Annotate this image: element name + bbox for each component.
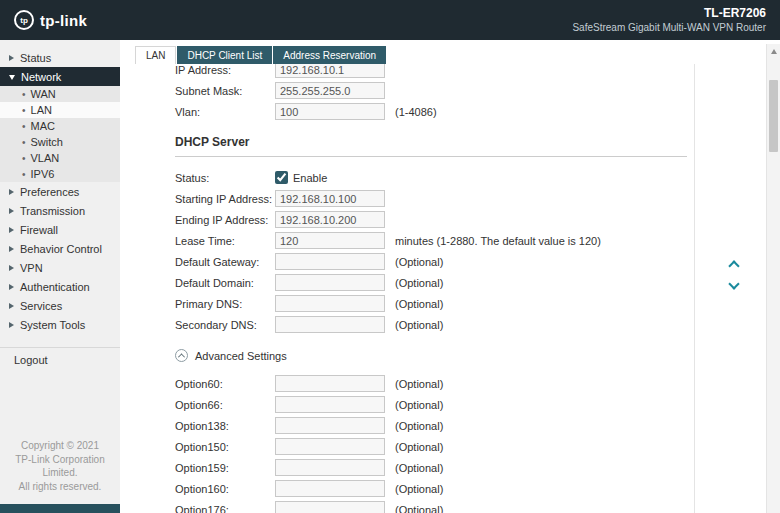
sidebar-item-label: System Tools bbox=[20, 319, 85, 331]
enable-label: Enable bbox=[293, 172, 327, 184]
sidebar-item-services[interactable]: Services bbox=[0, 296, 120, 315]
field-note: (Optional) bbox=[395, 462, 443, 474]
field-label: Option60: bbox=[175, 378, 275, 390]
scrollbar-up-arrow[interactable] bbox=[767, 44, 780, 59]
sidebar-item-preferences[interactable]: Preferences bbox=[0, 182, 120, 201]
field-note: (Optional) bbox=[395, 319, 443, 331]
secondary-dns-input[interactable] bbox=[275, 316, 385, 333]
advanced-settings-toggle[interactable]: Advanced Settings bbox=[175, 349, 780, 362]
sidebar-item-status[interactable]: Status bbox=[0, 48, 120, 67]
option138-input[interactable] bbox=[275, 417, 385, 434]
option176-input[interactable] bbox=[275, 501, 385, 513]
field-label: Ending IP Address: bbox=[175, 214, 275, 226]
form-row: Status: Enable bbox=[175, 169, 780, 186]
option66-input[interactable] bbox=[275, 396, 385, 413]
field-note: (Optional) bbox=[395, 420, 443, 432]
lease-time-input[interactable] bbox=[275, 232, 385, 249]
option150-input[interactable] bbox=[275, 438, 385, 455]
field-label: Primary DNS: bbox=[175, 298, 275, 310]
sidebar-item-transmission[interactable]: Transmission bbox=[0, 201, 120, 220]
ending-ip-input[interactable] bbox=[275, 211, 385, 228]
lan-settings-form: IP Address: Subnet Mask: Vlan: (1-4086) … bbox=[120, 64, 780, 513]
field-label: Option138: bbox=[175, 420, 275, 432]
form-row: Option60: (Optional) bbox=[175, 375, 780, 392]
sidebar-item-label: Authentication bbox=[20, 281, 90, 293]
field-label: Subnet Mask: bbox=[175, 85, 275, 97]
form-row: Lease Time: minutes (1-2880. The default… bbox=[175, 232, 780, 249]
copyright-text: Copyright © 2021 TP-Link Corporation Lim… bbox=[0, 439, 120, 493]
content-divider bbox=[694, 64, 695, 513]
sidebar-subitem-label: WAN bbox=[31, 88, 56, 100]
chevron-right-icon bbox=[9, 189, 14, 195]
form-row: Subnet Mask: bbox=[175, 82, 780, 99]
scrollbar-thumb[interactable] bbox=[769, 80, 778, 152]
chevron-down-icon bbox=[9, 75, 15, 80]
option159-input[interactable] bbox=[275, 459, 385, 476]
field-note: (Optional) bbox=[395, 504, 443, 513]
chevron-right-icon bbox=[9, 208, 14, 214]
sidebar-item-network[interactable]: Network bbox=[0, 67, 120, 86]
tab-address-reservation[interactable]: Address Reservation bbox=[273, 46, 386, 64]
sidebar-subitem-lan[interactable]: LAN bbox=[0, 102, 120, 118]
form-row: Primary DNS: (Optional) bbox=[175, 295, 780, 312]
form-row: Secondary DNS: (Optional) bbox=[175, 316, 780, 333]
dhcp-server-heading: DHCP Server bbox=[175, 135, 687, 157]
brand-name: tp-link bbox=[40, 12, 87, 29]
starting-ip-input[interactable] bbox=[275, 190, 385, 207]
tab-label: LAN bbox=[146, 50, 165, 61]
sidebar-subitem-mac[interactable]: MAC bbox=[0, 118, 120, 134]
option60-input[interactable] bbox=[275, 375, 385, 392]
sidebar-subitem-label: MAC bbox=[31, 120, 55, 132]
sidebar-item-label: Transmission bbox=[20, 205, 85, 217]
form-row: Default Domain: (Optional) bbox=[175, 274, 780, 291]
sidebar-item-behavior-control[interactable]: Behavior Control bbox=[0, 239, 120, 258]
logout-button[interactable]: Logout bbox=[0, 348, 120, 372]
sidebar-subitem-ipv6[interactable]: IPV6 bbox=[0, 166, 120, 182]
scroll-down-chevron[interactable] bbox=[730, 280, 739, 289]
default-gateway-input[interactable] bbox=[275, 253, 385, 270]
chevron-right-icon bbox=[9, 227, 14, 233]
default-domain-input[interactable] bbox=[275, 274, 385, 291]
sidebar-bottom-bar bbox=[0, 504, 120, 513]
field-label: Option150: bbox=[175, 441, 275, 453]
sidebar-subitem-wan[interactable]: WAN bbox=[0, 86, 120, 102]
form-row: Option176: (Optional) bbox=[175, 501, 780, 513]
form-scroll-area: IP Address: Subnet Mask: Vlan: (1-4086) … bbox=[120, 64, 780, 513]
form-row: IP Address: bbox=[175, 64, 780, 78]
sidebar-item-authentication[interactable]: Authentication bbox=[0, 277, 120, 296]
primary-dns-input[interactable] bbox=[275, 295, 385, 312]
field-label: Secondary DNS: bbox=[175, 319, 275, 331]
form-row: Ending IP Address: bbox=[175, 211, 780, 228]
chevron-right-icon bbox=[9, 322, 14, 328]
tab-bar: LAN DHCP Client List Address Reservation bbox=[135, 46, 780, 64]
subnet-mask-input[interactable] bbox=[275, 82, 385, 99]
dhcp-enable-checkbox[interactable] bbox=[275, 171, 288, 184]
ip-address-input[interactable] bbox=[275, 64, 385, 78]
sidebar-subitem-switch[interactable]: Switch bbox=[0, 134, 120, 150]
sidebar-item-vpn[interactable]: VPN bbox=[0, 258, 120, 277]
copyright-line: All rights reserved. bbox=[0, 480, 120, 494]
sidebar-subitem-label: Switch bbox=[31, 136, 63, 148]
scrollbar[interactable] bbox=[766, 44, 780, 513]
option160-input[interactable] bbox=[275, 480, 385, 497]
sidebar-item-firewall[interactable]: Firewall bbox=[0, 220, 120, 239]
field-label: Status: bbox=[175, 172, 275, 184]
field-label: Option160: bbox=[175, 483, 275, 495]
vlan-input[interactable] bbox=[275, 103, 385, 120]
field-note: (Optional) bbox=[395, 441, 443, 453]
form-row: Option159: (Optional) bbox=[175, 459, 780, 476]
field-label: Default Gateway: bbox=[175, 256, 275, 268]
sidebar-item-label: VPN bbox=[20, 262, 43, 274]
sidebar-subitem-vlan[interactable]: VLAN bbox=[0, 150, 120, 166]
network-submenu: WAN LAN MAC Switch VLAN IPV6 bbox=[0, 86, 120, 182]
sidebar-item-system-tools[interactable]: System Tools bbox=[0, 315, 120, 334]
field-note: (Optional) bbox=[395, 298, 443, 310]
field-note: (Optional) bbox=[395, 483, 443, 495]
tab-lan[interactable]: LAN bbox=[135, 46, 176, 64]
tab-label: DHCP Client List bbox=[187, 50, 262, 61]
scroll-up-chevron[interactable] bbox=[730, 262, 739, 271]
device-description: SafeStream Gigabit Multi-WAN VPN Router bbox=[572, 21, 766, 35]
sidebar: Status Network WAN LAN MAC Switch VLAN I… bbox=[0, 40, 120, 513]
field-label: Lease Time: bbox=[175, 235, 275, 247]
tab-dhcp-client-list[interactable]: DHCP Client List bbox=[177, 46, 272, 64]
